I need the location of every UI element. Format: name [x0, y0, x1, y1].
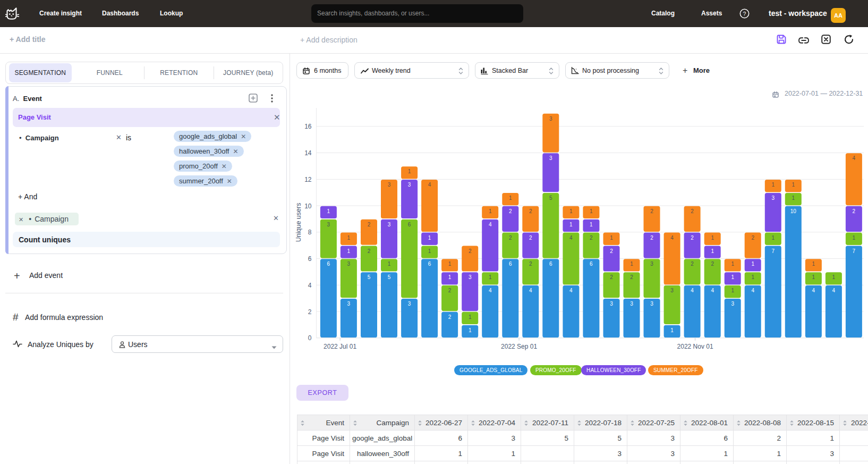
svg-text:6: 6 [428, 261, 431, 267]
svg-text:6: 6 [327, 261, 330, 267]
svg-text:4: 4 [832, 288, 836, 293]
svg-text:14: 14 [304, 149, 312, 157]
svg-text:1: 1 [569, 208, 573, 214]
svg-text:2: 2 [751, 235, 754, 241]
svg-text:2: 2 [650, 235, 653, 241]
svg-text:3: 3 [388, 182, 391, 188]
svg-text:2: 2 [469, 248, 472, 254]
svg-text:3: 3 [388, 222, 391, 227]
svg-text:4: 4 [308, 282, 312, 289]
svg-text:1: 1 [812, 261, 815, 267]
svg-text:1: 1 [489, 208, 492, 214]
svg-text:1: 1 [792, 182, 795, 188]
svg-text:2: 2 [448, 314, 452, 320]
svg-text:2: 2 [529, 208, 532, 214]
svg-text:3: 3 [549, 116, 552, 122]
svg-text:2: 2 [630, 274, 633, 280]
svg-text:2022 Jul 01: 2022 Jul 01 [324, 343, 356, 350]
svg-text:1: 1 [428, 235, 431, 241]
svg-text:?: ? [743, 11, 746, 17]
svg-text:2: 2 [650, 208, 653, 214]
svg-text:7: 7 [772, 248, 775, 254]
svg-text:3: 3 [408, 182, 411, 188]
svg-text:1: 1 [832, 274, 836, 280]
svg-text:4: 4 [853, 155, 856, 161]
svg-text:3: 3 [610, 301, 613, 307]
svg-text:2: 2 [853, 208, 856, 214]
svg-text:12: 12 [304, 176, 312, 183]
svg-text:2: 2 [711, 261, 714, 267]
svg-text:0: 0 [308, 334, 312, 342]
svg-text:1: 1 [489, 274, 492, 280]
svg-text:1: 1 [751, 274, 754, 280]
svg-text:3: 3 [469, 274, 472, 280]
svg-text:1: 1 [347, 235, 351, 241]
svg-text:3: 3 [670, 288, 674, 293]
svg-text:6: 6 [509, 261, 512, 267]
svg-text:3: 3 [408, 301, 411, 307]
svg-text:2: 2 [610, 274, 613, 280]
svg-text:4: 4 [489, 222, 492, 227]
svg-text:5: 5 [368, 274, 371, 280]
svg-text:10: 10 [304, 203, 312, 210]
svg-text:1: 1 [469, 327, 472, 333]
svg-text:1: 1 [327, 208, 330, 214]
svg-text:5: 5 [388, 274, 391, 280]
svg-text:3: 3 [549, 155, 552, 161]
svg-text:1: 1 [569, 222, 573, 227]
svg-text:2: 2 [308, 308, 312, 316]
svg-text:3: 3 [772, 195, 775, 201]
svg-text:4: 4 [529, 288, 532, 293]
svg-text:2: 2 [368, 222, 371, 227]
svg-text:4: 4 [711, 288, 714, 293]
svg-text:2: 2 [529, 261, 532, 267]
svg-text:1: 1 [792, 195, 795, 201]
svg-text:2: 2 [610, 248, 613, 254]
svg-text:7: 7 [853, 248, 856, 254]
svg-text:4: 4 [428, 182, 431, 188]
svg-text:Unique users: Unique users [295, 203, 302, 242]
svg-text:1: 1 [509, 195, 512, 201]
svg-text:1: 1 [670, 327, 674, 333]
svg-text:2022 Nov 01: 2022 Nov 01 [677, 343, 713, 350]
svg-text:8: 8 [308, 229, 312, 236]
svg-text:1: 1 [388, 261, 391, 267]
svg-text:6: 6 [549, 261, 552, 267]
svg-text:4: 4 [569, 288, 573, 293]
svg-text:1: 1 [711, 235, 714, 241]
svg-text:3: 3 [347, 261, 351, 267]
svg-text:6: 6 [590, 261, 593, 267]
svg-text:1: 1 [448, 261, 452, 267]
svg-text:4: 4 [691, 288, 694, 293]
svg-text:1: 1 [731, 274, 734, 280]
svg-text:1: 1 [772, 235, 775, 241]
svg-text:1: 1 [853, 235, 856, 241]
svg-text:2022 Sep 01: 2022 Sep 01 [501, 343, 537, 350]
svg-text:5: 5 [549, 195, 552, 201]
svg-text:4: 4 [489, 288, 492, 293]
svg-text:1: 1 [590, 208, 593, 214]
svg-text:3: 3 [630, 301, 633, 307]
svg-text:1: 1 [751, 261, 754, 267]
svg-text:1: 1 [711, 248, 714, 254]
svg-text:2: 2 [368, 248, 371, 254]
svg-text:3: 3 [650, 261, 653, 267]
svg-text:2: 2 [691, 261, 694, 267]
svg-text:2: 2 [509, 235, 512, 241]
svg-text:1: 1 [772, 182, 775, 188]
svg-text:3: 3 [347, 301, 351, 307]
svg-text:1: 1 [469, 314, 472, 320]
svg-text:1: 1 [347, 248, 351, 254]
svg-text:2: 2 [590, 235, 593, 241]
svg-text:4: 4 [670, 235, 674, 241]
svg-text:3: 3 [731, 301, 734, 307]
svg-text:1: 1 [812, 274, 815, 280]
svg-text:2: 2 [529, 235, 532, 241]
svg-text:10: 10 [790, 208, 797, 214]
svg-text:1: 1 [610, 235, 613, 241]
svg-text:3: 3 [650, 301, 653, 307]
svg-text:2: 2 [448, 288, 452, 293]
svg-text:4: 4 [751, 288, 754, 293]
svg-text:1: 1 [731, 288, 734, 293]
svg-text:2: 2 [691, 235, 694, 241]
